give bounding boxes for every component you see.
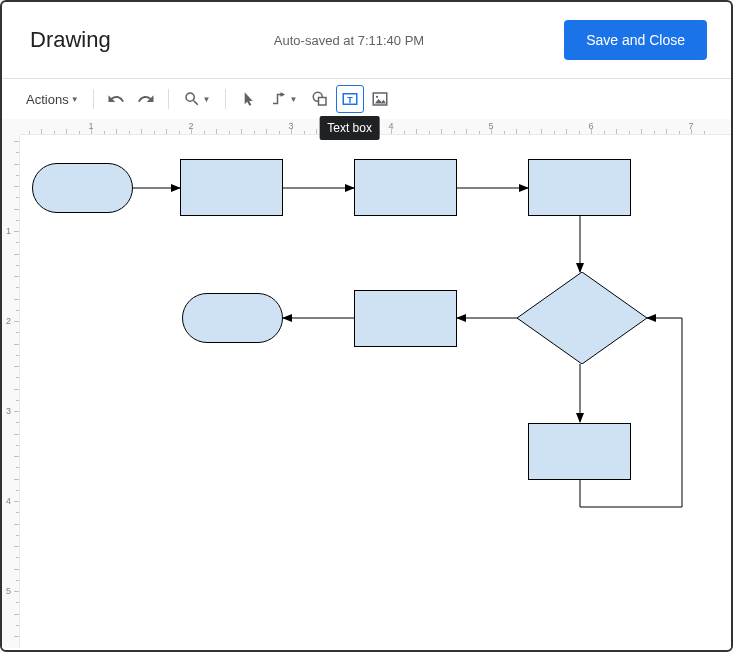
autosave-status: Auto-saved at 7:11:40 PM <box>274 33 424 48</box>
process-shape[interactable] <box>528 423 631 480</box>
caret-down-icon: ▼ <box>71 95 79 104</box>
line-tool-button[interactable]: ▼ <box>264 85 304 113</box>
ruler-area: 1 2 3 4 5 6 7 1 2 3 4 5 <box>2 119 731 648</box>
process-shape[interactable] <box>528 159 631 216</box>
cursor-icon <box>240 91 256 107</box>
drawing-canvas[interactable] <box>20 135 731 648</box>
save-and-close-button[interactable]: Save and Close <box>564 20 707 60</box>
undo-icon <box>107 90 125 108</box>
process-shape[interactable] <box>354 290 457 347</box>
process-shape[interactable] <box>354 159 457 216</box>
actions-label: Actions <box>26 92 69 107</box>
ruler-label: 3 <box>6 406 11 416</box>
dialog-title: Drawing <box>30 27 111 53</box>
actions-menu-button[interactable]: Actions ▼ <box>20 88 85 111</box>
process-shape[interactable] <box>180 159 283 216</box>
image-icon <box>371 90 389 108</box>
select-tool-button[interactable] <box>234 85 262 113</box>
vertical-ruler[interactable]: 1 2 3 4 5 <box>2 135 20 648</box>
caret-down-icon: ▼ <box>290 95 298 104</box>
toolbar-separator <box>225 89 226 109</box>
redo-icon <box>137 90 155 108</box>
zoom-button[interactable]: ▼ <box>177 85 217 113</box>
svg-marker-13 <box>517 272 647 364</box>
ruler-label: 5 <box>6 586 11 596</box>
toolbar-separator <box>93 89 94 109</box>
svg-point-5 <box>375 96 377 98</box>
zoom-icon <box>183 90 201 108</box>
tooltip: Text box <box>319 116 380 140</box>
shape-tool-button[interactable] <box>306 85 334 113</box>
image-tool-button[interactable] <box>366 85 394 113</box>
ruler-label: 4 <box>6 496 11 506</box>
svg-text:T: T <box>347 95 353 105</box>
dialog-header: Drawing Auto-saved at 7:11:40 PM Save an… <box>2 2 731 79</box>
textbox-tool-button[interactable]: T Text box <box>336 85 364 113</box>
undo-button[interactable] <box>102 85 130 113</box>
textbox-icon: T <box>341 90 359 108</box>
toolbar-separator <box>168 89 169 109</box>
terminator-shape[interactable] <box>182 293 283 343</box>
decision-shape[interactable] <box>517 272 647 364</box>
line-icon <box>270 90 288 108</box>
shape-icon <box>311 90 329 108</box>
caret-down-icon: ▼ <box>203 95 211 104</box>
terminator-shape[interactable] <box>32 163 133 213</box>
ruler-label: 2 <box>6 316 11 326</box>
redo-button[interactable] <box>132 85 160 113</box>
toolbar: Actions ▼ ▼ ▼ T Text box <box>2 79 731 119</box>
svg-rect-1 <box>318 98 326 106</box>
ruler-label: 1 <box>6 226 11 236</box>
